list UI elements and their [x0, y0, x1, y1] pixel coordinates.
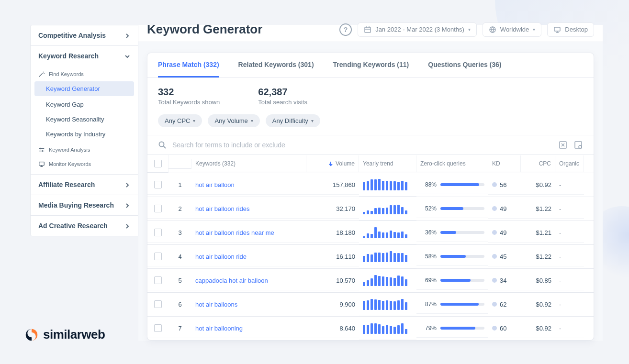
tab-phrase-match[interactable]: Phrase Match (332)	[158, 53, 219, 77]
col-checkbox	[147, 155, 168, 173]
sidebar-sec-keyword-research[interactable]: Keyword Research	[31, 46, 138, 66]
sidebar-sub-monitor-keywords[interactable]: Monitor Keywords	[31, 156, 138, 174]
sidebar-item-keyword-seasonality[interactable]: Keyword Seasonality	[31, 112, 138, 127]
keyword-link[interactable]: hot air ballooning	[191, 319, 306, 338]
sidebar-item-keyword-gap[interactable]: Keyword Gap	[31, 97, 138, 112]
organic-cell: -	[555, 199, 584, 219]
keyword-link[interactable]: cappadocia hot air balloon	[191, 271, 306, 290]
table-row: 5cappadocia hot air balloon10,57069%34$0…	[147, 268, 594, 292]
sliders-icon	[38, 146, 45, 153]
checkbox[interactable]	[154, 181, 162, 188]
caret-down-icon: ▾	[193, 118, 195, 123]
tab-related[interactable]: Related Keywords (301)	[238, 53, 314, 77]
cpc-cell: $0.85	[521, 271, 555, 290]
keyword-link[interactable]: hot air balloon rides near me	[191, 223, 306, 243]
search-input[interactable]	[172, 141, 552, 149]
chevron-right-icon	[124, 182, 130, 188]
keyword-link[interactable]: hot air balloon	[191, 176, 306, 195]
help-icon[interactable]: ?	[339, 23, 352, 36]
organic-cell: -	[555, 271, 584, 290]
col-cpc[interactable]: CPC	[521, 155, 555, 172]
keyword-link[interactable]: hot air balloon ride	[191, 247, 306, 266]
checkbox[interactable]	[154, 324, 162, 332]
similarweb-icon	[25, 328, 38, 342]
volume-cell: 16,110	[306, 247, 359, 266]
device-selector[interactable]: Desktop	[547, 22, 594, 37]
globe-icon	[489, 26, 496, 33]
trend-sparkline	[359, 245, 416, 268]
caret-down-icon: ▾	[533, 27, 535, 32]
rank-cell: 6	[168, 295, 191, 314]
keyword-link[interactable]: hot air balloon rides	[191, 199, 306, 219]
page-title: Keyword Generator	[147, 22, 262, 37]
col-rank	[168, 159, 191, 169]
chip-any-difficulty[interactable]: Any Difficulty▾	[266, 114, 320, 127]
region-selector[interactable]: Worldwide ▾	[483, 22, 541, 37]
trend-sparkline	[359, 173, 416, 197]
tab-trending[interactable]: Trending Keywords (11)	[333, 53, 409, 77]
checkbox[interactable]	[154, 229, 162, 236]
col-trend[interactable]: Yearly trend	[359, 155, 416, 172]
tabs: Phrase Match (332) Related Keywords (301…	[147, 53, 594, 78]
checkbox[interactable]	[154, 253, 162, 260]
table-row: 4hot air balloon ride16,11058%45$1.22-	[147, 244, 594, 268]
chevron-right-icon	[124, 202, 130, 208]
chip-any-volume[interactable]: Any Volume▾	[208, 114, 259, 127]
svg-rect-3	[554, 27, 560, 31]
cpc-cell: $1.21	[521, 223, 555, 243]
zero-click-cell: 58%	[416, 247, 488, 266]
col-organic[interactable]: Organic	[555, 155, 584, 172]
main-area: Keyword Generator ? Jan 2022 - Mar 2022 …	[138, 25, 603, 341]
checkbox[interactable]	[154, 300, 162, 308]
chip-any-cpc[interactable]: Any CPC▾	[158, 114, 202, 127]
cpc-cell: $1.22	[521, 247, 555, 266]
cpc-cell: $0.92	[521, 319, 555, 338]
col-zero-click[interactable]: Zero-click queries	[416, 155, 488, 172]
table-row: 3hot air balloon rides near me18,18036%4…	[147, 221, 594, 244]
kd-cell: 60	[488, 319, 521, 338]
stat-total-keywords: 332 Total Keywords shown	[158, 87, 220, 106]
date-range-selector[interactable]: Jan 2022 - Mar 2022 (3 Months) ▾	[358, 22, 477, 37]
kd-cell: 56	[488, 176, 521, 195]
sidebar-item-keyword-generator[interactable]: Keyword Generator	[34, 81, 134, 96]
volume-cell: 157,860	[306, 176, 359, 195]
keyword-link[interactable]: hot air balloons	[191, 295, 306, 314]
sidebar-sec-competitive[interactable]: Competitive Analysis	[31, 25, 138, 45]
checkbox[interactable]	[154, 205, 162, 212]
chevron-right-icon	[124, 223, 130, 229]
sidebar-sub-keyword-analysis[interactable]: Keyword Analysis	[31, 142, 138, 156]
zero-click-cell: 87%	[416, 295, 488, 314]
rank-cell: 1	[168, 176, 191, 195]
table-settings-icon[interactable]	[573, 140, 583, 150]
search-row	[147, 135, 594, 154]
table-header: Keywords (332) Volume Yearly trend Zero-…	[147, 154, 594, 173]
rank-cell: 7	[168, 319, 191, 338]
checkbox[interactable]	[154, 276, 162, 284]
zero-click-cell: 88%	[416, 176, 488, 194]
zero-click-cell: 69%	[416, 271, 488, 290]
trend-sparkline	[359, 197, 416, 221]
cpc-cell: $0.92	[521, 176, 555, 195]
table-row: 6hot air balloons9,90087%62$0.92-	[147, 292, 594, 316]
col-kd[interactable]: KD	[488, 155, 521, 172]
tab-questions[interactable]: Questions Queries (36)	[428, 53, 501, 77]
export-excel-icon[interactable]	[558, 140, 568, 150]
trend-sparkline	[359, 317, 416, 340]
caret-down-icon: ▾	[468, 27, 471, 32]
kd-cell: 49	[488, 223, 521, 243]
volume-cell: 18,180	[306, 223, 359, 243]
table-row: 1hot air balloon157,86088%56$0.92-	[147, 173, 594, 197]
rank-cell: 2	[168, 199, 191, 219]
checkbox-all[interactable]	[154, 160, 162, 167]
sidebar-sec-affiliate[interactable]: Affiliate Research	[31, 175, 138, 195]
col-volume[interactable]: Volume	[306, 155, 359, 172]
sidebar-sec-ad-creative[interactable]: Ad Creative Research	[31, 216, 138, 236]
sidebar-sec-media-buying[interactable]: Media Buying Research	[31, 195, 138, 215]
col-keywords[interactable]: Keywords (332)	[191, 155, 306, 172]
organic-cell: -	[555, 247, 584, 266]
cpc-cell: $1.22	[521, 199, 555, 219]
rank-cell: 4	[168, 247, 191, 266]
sidebar-item-keywords-by-industry[interactable]: Keywords by Industry	[31, 127, 138, 142]
svg-rect-1	[365, 27, 371, 33]
table-row: 2hot air balloon rides32,17052%49$1.22-	[147, 197, 594, 221]
